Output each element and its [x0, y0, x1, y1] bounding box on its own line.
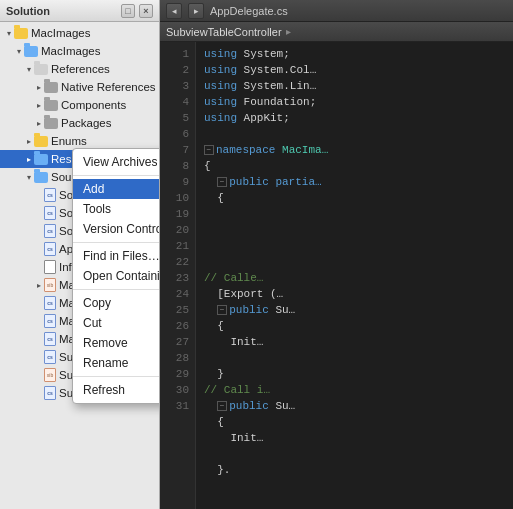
tree-item-macimages-child[interactable]: MacImages [0, 42, 159, 60]
tree-item-label: Components [61, 99, 126, 111]
menu-item-refresh[interactable]: Refresh [73, 380, 160, 400]
code-line [204, 206, 505, 222]
menu-item-tools[interactable]: Tools ▸ [73, 199, 160, 219]
line-number: 6 [160, 126, 195, 142]
folder-icon-gray [44, 82, 58, 93]
code-line [204, 222, 505, 238]
menu-separator [73, 289, 160, 290]
tree-item-label: MacImages [31, 27, 90, 39]
expand-arrow [34, 298, 44, 308]
line-number: 4 [160, 94, 195, 110]
line-numbers: 1 2 3 4 5 6 7 8 9 10 19 20 21 22 23 24 2… [160, 42, 196, 509]
expand-arrow [14, 46, 24, 56]
tree-item-native-refs[interactable]: Native References [0, 78, 159, 96]
code-line: { [204, 318, 505, 334]
expand-arrow [34, 388, 44, 398]
forward-button[interactable]: ▸ [188, 3, 204, 19]
menu-separator [73, 175, 160, 176]
solution-explorer: Solution □ × MacImages MacImages Referen… [0, 0, 160, 509]
menu-item-label: Version Control [83, 222, 160, 236]
line-number: 31 [160, 398, 195, 414]
code-line [204, 126, 505, 142]
code-line [204, 350, 505, 366]
line-number: 27 [160, 334, 195, 350]
line-number: 25 [160, 302, 195, 318]
menu-item-copy[interactable]: Copy ⌘C [73, 293, 160, 313]
menu-item-remove[interactable]: Remove [73, 333, 160, 353]
tree-item-packages[interactable]: Packages [0, 114, 159, 132]
folder-icon-blue [34, 172, 48, 183]
code-line: { [204, 414, 505, 430]
expand-arrow [34, 316, 44, 326]
tree-item-macimages-root[interactable]: MacImages [0, 24, 159, 42]
collapse-button[interactable]: − [204, 145, 214, 155]
menu-item-rename[interactable]: Rename ⌘R [73, 353, 160, 373]
line-number: 2 [160, 62, 195, 78]
expand-arrow [34, 262, 44, 272]
menu-item-label: Find in Files… [83, 249, 160, 263]
breadcrumb-separator: ▸ [286, 26, 291, 37]
minimize-button[interactable]: □ [121, 4, 135, 18]
line-number: 20 [160, 222, 195, 238]
expand-arrow [24, 154, 34, 164]
back-button[interactable]: ◂ [166, 3, 182, 19]
menu-item-view-archives[interactable]: View Archives [73, 152, 160, 172]
line-number: 5 [160, 110, 195, 126]
tree-item-components[interactable]: Components [0, 96, 159, 114]
line-number: 1 [160, 46, 195, 62]
breadcrumb-bar: SubviewTableController ▸ [160, 22, 513, 42]
folder-icon-ref [34, 64, 48, 75]
line-number: 26 [160, 318, 195, 334]
cs-file-icon: cs [44, 188, 56, 202]
line-number: 3 [160, 78, 195, 94]
line-number: 28 [160, 350, 195, 366]
code-line: [Export (… [204, 286, 505, 302]
menu-item-add[interactable]: Add ▸ [73, 179, 160, 199]
menu-item-label: View Archives [83, 155, 157, 169]
line-number: 7 [160, 142, 195, 158]
tree-item-label: Enums [51, 135, 87, 147]
folder-icon [14, 28, 28, 39]
xib-file-icon: xib [44, 368, 56, 382]
folder-icon-gray [44, 100, 58, 111]
cs-file-icon: cs [44, 314, 56, 328]
menu-item-open-containing[interactable]: Open Containing Folder [73, 266, 160, 286]
folder-icon-yellow [34, 136, 48, 147]
tab-filename: AppDelegate.cs [210, 5, 288, 17]
line-number: 19 [160, 206, 195, 222]
menu-item-cut[interactable]: Cut ⌘X [73, 313, 160, 333]
expand-arrow [34, 334, 44, 344]
menu-item-label: Refresh [83, 383, 125, 397]
menu-item-version-control[interactable]: Version Control ▸ [73, 219, 160, 239]
menu-item-find-in-files[interactable]: Find in Files… ⇧⌘F [73, 246, 160, 266]
menu-separator [73, 376, 160, 377]
code-line: Init… [204, 430, 505, 446]
plist-file-icon [44, 260, 56, 274]
close-button[interactable]: × [139, 4, 153, 18]
expand-arrow [34, 190, 44, 200]
menu-item-label: Tools [83, 202, 111, 216]
expand-arrow [34, 370, 44, 380]
breadcrumb-item[interactable]: SubviewTableController [166, 26, 282, 38]
expand-arrow [34, 82, 44, 92]
code-line [204, 238, 505, 254]
code-editor-panel: ◂ ▸ AppDelegate.cs SubviewTableControlle… [160, 0, 513, 509]
menu-item-label: Cut [83, 316, 102, 330]
cs-file-icon: cs [44, 224, 56, 238]
code-line: }. [204, 462, 505, 478]
collapse-button[interactable]: − [217, 177, 227, 187]
menu-item-label: Copy [83, 296, 111, 310]
tree-item-references[interactable]: References [0, 60, 159, 78]
collapse-button[interactable]: − [217, 305, 227, 315]
tree-item-label: References [51, 63, 110, 75]
expand-arrow [34, 100, 44, 110]
line-number: 21 [160, 238, 195, 254]
panel-header: Solution □ × [0, 0, 159, 22]
collapse-button[interactable]: − [217, 401, 227, 411]
code-line: using System.Lin… [204, 78, 505, 94]
xib-file-icon: xib [44, 278, 56, 292]
line-number: 22 [160, 254, 195, 270]
expand-arrow [34, 280, 44, 290]
menu-item-label: Open Containing Folder [83, 269, 160, 283]
expand-arrow [34, 352, 44, 362]
